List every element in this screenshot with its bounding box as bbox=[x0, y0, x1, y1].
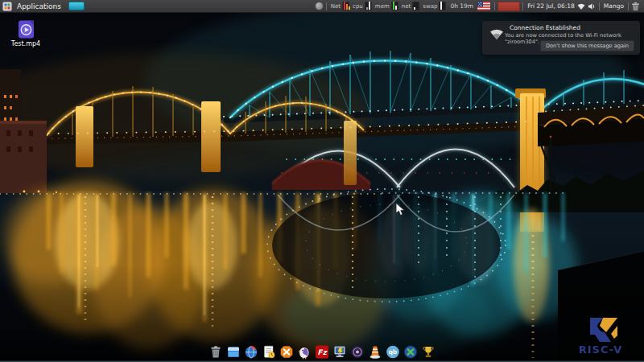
desktop-icon-test-mp4[interactable]: Test.mp4 bbox=[6, 19, 45, 47]
dock-file-manager-icon[interactable] bbox=[226, 344, 242, 360]
monitor-cpu-label: cpu bbox=[353, 3, 363, 10]
dock-trophy-app-icon[interactable] bbox=[421, 344, 436, 360]
cpu-graph-bars bbox=[365, 2, 372, 10]
top-panel: Applications Net cpu bbox=[0, 0, 644, 13]
panel-separator bbox=[628, 2, 629, 10]
riscv-watermark: RISC-V bbox=[565, 316, 636, 356]
dock-media-disc-icon[interactable] bbox=[350, 344, 365, 360]
video-file-icon bbox=[16, 19, 36, 39]
cpu-history-graph[interactable] bbox=[497, 2, 520, 11]
notification-dismiss-button[interactable]: Don't show this message again bbox=[540, 40, 634, 51]
monitor-net2-label: net bbox=[402, 3, 411, 10]
monitor-mem-graph[interactable]: mem bbox=[375, 2, 398, 10]
dock-pidgin-icon[interactable] bbox=[297, 344, 312, 360]
mouse-cursor bbox=[395, 203, 406, 216]
monitor-net-label: Net bbox=[331, 3, 341, 10]
uptime-indicator[interactable]: 0h 19m bbox=[450, 2, 473, 10]
dock: Fz qb bbox=[208, 344, 436, 360]
monitor-swap-graph[interactable]: swap bbox=[423, 2, 446, 10]
dock-trash-icon[interactable] bbox=[208, 344, 224, 360]
qbittorrent-glyph: qb bbox=[386, 344, 401, 360]
applications-menu-label: Applications bbox=[17, 2, 61, 10]
monitor-net-graph[interactable]: Net bbox=[331, 2, 349, 10]
panel-separator bbox=[326, 2, 327, 10]
notification-title: Connection Established bbox=[510, 24, 580, 31]
tray-status-icon[interactable] bbox=[315, 2, 324, 10]
net2-graph-bars bbox=[412, 2, 419, 10]
notification-wifi-icon bbox=[488, 27, 506, 41]
notification-popup[interactable]: Connection Established You are now conne… bbox=[482, 21, 640, 55]
monitor-swap-label: swap bbox=[423, 3, 437, 10]
volume-icon[interactable] bbox=[588, 2, 597, 10]
riscv-watermark-text: RISC-V bbox=[565, 343, 636, 356]
dock-filezilla-icon[interactable]: Fz bbox=[315, 344, 330, 360]
user-menu[interactable]: Mango bbox=[604, 2, 624, 10]
applications-menu[interactable]: Applications bbox=[2, 2, 61, 11]
dock-remote-desktop-icon[interactable] bbox=[332, 344, 348, 360]
applications-menu-icon bbox=[2, 2, 12, 11]
filezilla-glyph: Fz bbox=[315, 344, 330, 360]
desktop-icon-label: Test.mp4 bbox=[6, 40, 45, 47]
panel-trash-icon[interactable] bbox=[631, 2, 640, 11]
dock-document-viewer-icon[interactable] bbox=[262, 344, 277, 360]
panel-separator bbox=[522, 2, 523, 10]
system-tray: Net cpu mem bbox=[315, 2, 642, 11]
panel-separator bbox=[599, 2, 600, 10]
swap-graph-bars bbox=[439, 2, 446, 10]
monitor-mem-label: mem bbox=[375, 3, 390, 10]
dock-close-x-app-icon[interactable] bbox=[279, 344, 295, 360]
dock-vlc-icon[interactable] bbox=[368, 344, 383, 360]
net-graph-bars bbox=[342, 2, 349, 10]
panel-clock[interactable]: Fri 22 Jul, 06:18 bbox=[527, 2, 575, 10]
riscv-logo-icon bbox=[582, 316, 619, 343]
taskbar-window-button[interactable] bbox=[68, 2, 85, 10]
mem-graph-bars bbox=[391, 2, 398, 10]
panel-separator bbox=[494, 2, 495, 10]
wifi-status-icon[interactable] bbox=[576, 2, 586, 10]
desktop-screen: Applications Net cpu bbox=[0, 0, 644, 362]
dock-sync-x-icon[interactable] bbox=[403, 344, 419, 360]
keyboard-layout-us-flag-icon[interactable] bbox=[477, 2, 490, 10]
monitor-net2-graph[interactable]: net bbox=[402, 2, 420, 10]
dock-qbittorrent-icon[interactable]: qb bbox=[386, 344, 401, 360]
dock-web-browser-icon[interactable] bbox=[244, 344, 259, 360]
monitor-cpu-graph[interactable]: cpu bbox=[353, 2, 372, 10]
